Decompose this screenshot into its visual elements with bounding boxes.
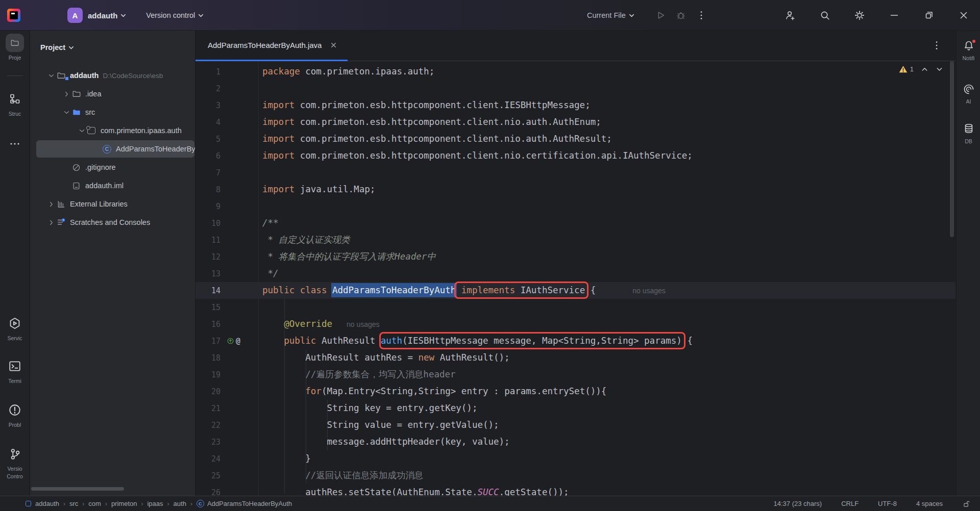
code-line-20[interactable]: 20 for(Map.Entry<String,String> entry : … (195, 383, 955, 400)
tree-item-Scratches-and-Consoles[interactable]: Scratches and Consoles (30, 213, 195, 232)
code-line-24[interactable]: 24 } (195, 450, 955, 467)
line-number[interactable]: 1 (195, 67, 220, 76)
line-number[interactable]: 10 (195, 219, 220, 228)
code-line-21[interactable]: 21 String key = entry.getKey(); (195, 400, 955, 417)
line-number[interactable]: 4 (195, 118, 220, 127)
code-line-10[interactable]: 10/** (195, 215, 955, 232)
code-line-22[interactable]: 22 String value = entry.getValue(); (195, 417, 955, 433)
line-number[interactable]: 20 (195, 387, 220, 396)
chevron-expanded-icon[interactable] (45, 72, 57, 79)
project-name-menu[interactable]: addauth (88, 11, 117, 20)
usages-hint[interactable]: no usages (347, 320, 380, 328)
code-line-7[interactable]: 7 (195, 164, 955, 181)
code-line-6[interactable]: 6import com.primeton.esb.httpcomponent.c… (195, 147, 955, 164)
line-number[interactable]: 9 (195, 202, 220, 211)
code-line-18[interactable]: 18 AuthResult authRes = new AuthResult()… (195, 349, 955, 366)
breadcrumb-item-src[interactable]: src (69, 500, 78, 507)
stripe-button-version-control[interactable]: VersioContro (0, 445, 30, 480)
code-line-1[interactable]: 1package com.primeton.ipaas.auth; (195, 63, 955, 80)
code-line-11[interactable]: 11 * 自定义认证实现类 (195, 232, 955, 248)
stripe-button-services[interactable]: Servic (0, 314, 30, 342)
minimize-button[interactable] (888, 9, 900, 21)
code-line-14[interactable]: 14public class AddParamsToHeaderByAuth i… (195, 282, 955, 299)
line-number[interactable]: 14 (195, 286, 220, 295)
code-line-13[interactable]: 13 */ (195, 265, 955, 282)
lock-icon[interactable] (962, 499, 971, 508)
line-number[interactable]: 2 (195, 84, 220, 93)
code-line-9[interactable]: 9 (195, 198, 955, 215)
stripe-button-notifications[interactable]: Notifi (957, 40, 980, 61)
statusbar-widget[interactable]: CRLF (841, 500, 859, 507)
breadcrumb-item-addauth[interactable]: addauth (35, 500, 59, 507)
chevron-collapsed-icon[interactable] (45, 201, 57, 208)
chevron-expanded-icon[interactable] (61, 109, 72, 116)
line-number[interactable]: 17 (195, 337, 220, 346)
usages-hint[interactable]: no usages (632, 287, 666, 295)
next-problem-button[interactable] (936, 65, 943, 73)
editor-scrollbar[interactable] (950, 61, 954, 237)
debug-button[interactable] (675, 9, 687, 21)
line-number[interactable]: 23 (195, 438, 220, 447)
editor-tab[interactable]: AddParamsToHeaderByAuth.java (195, 31, 348, 61)
line-number[interactable]: 21 (195, 404, 220, 413)
stripe-button-ai[interactable]: AI (957, 83, 980, 105)
run-button[interactable] (654, 9, 667, 21)
stripe-button-database[interactable]: DB (957, 123, 980, 144)
tree-item-src[interactable]: src (30, 103, 195, 121)
statusbar-widget[interactable]: 4 spaces (916, 500, 943, 507)
search-everywhere-button[interactable] (819, 9, 831, 21)
code-line-4[interactable]: 4import com.primeton.esb.httpcomponent.c… (195, 114, 955, 131)
stripe-button-terminal[interactable]: Termi (0, 357, 30, 385)
code-line-19[interactable]: 19 //遍历参数集合，均写入消息header (195, 366, 955, 383)
line-number[interactable]: 5 (195, 135, 220, 144)
tree-item-AddParamsToHeaderByAuth[interactable]: CAddParamsToHeaderByAuth (30, 140, 195, 158)
statusbar-widget[interactable]: UTF-8 (878, 500, 897, 507)
tab-close-icon[interactable] (330, 41, 337, 49)
breadcrumb-item-ipaas[interactable]: ipaas (147, 500, 163, 507)
statusbar-widget[interactable]: 14:37 (23 chars) (773, 500, 822, 507)
line-number[interactable]: 6 (195, 151, 220, 161)
tree-item-.gitignore[interactable]: .gitignore (30, 158, 195, 176)
code-line-8[interactable]: 8import java.util.Map; (195, 181, 955, 198)
line-number[interactable]: 24 (195, 454, 220, 464)
chevron-collapsed-icon[interactable] (61, 91, 72, 97)
line-number[interactable]: 22 (195, 421, 220, 430)
close-button[interactable] (958, 9, 970, 21)
line-number[interactable]: 25 (195, 471, 220, 480)
code-line-23[interactable]: 23 message.addHttpHeader(key, value); (195, 433, 955, 450)
line-number[interactable]: 16 (195, 320, 220, 329)
line-number[interactable]: 26 (195, 488, 220, 496)
chevron-collapsed-icon[interactable] (45, 219, 57, 226)
tree-item-External-Libraries[interactable]: External Libraries (30, 195, 195, 213)
line-number[interactable]: 19 (195, 370, 220, 379)
line-number[interactable]: 3 (195, 101, 220, 110)
code-line-15[interactable]: 15 (195, 299, 955, 316)
code-with-me-button[interactable] (784, 9, 796, 21)
code-line-3[interactable]: 3import com.primeton.esb.httpcomponent.c… (195, 97, 955, 114)
line-number[interactable]: 13 (195, 269, 220, 278)
chevron-expanded-icon[interactable] (76, 127, 87, 134)
annotation-gutter-icon[interactable]: @ (236, 337, 240, 346)
code-line-26[interactable]: 26 authRes.setState(AuthEnum.State.SUCC.… (195, 484, 955, 496)
line-number[interactable]: 12 (195, 252, 220, 262)
code-line-17[interactable]: 17@ public AuthResult auth(IESBHttpMessa… (195, 333, 955, 349)
tree-item-com.primeton.ipaas.auth[interactable]: com.primeton.ipaas.auth (30, 121, 195, 140)
vcs-menu[interactable]: Version control (146, 11, 195, 19)
code-line-12[interactable]: 12 * 将集合中的认证字段写入请求Header中 (195, 248, 955, 265)
horizontal-scrollbar[interactable] (31, 487, 124, 491)
project-panel-header[interactable]: Project (40, 38, 75, 57)
warnings-indicator[interactable]: 1 (899, 65, 914, 73)
tab-options-button[interactable] (931, 40, 942, 51)
settings-button[interactable] (853, 9, 866, 21)
breadcrumb-item-com[interactable]: com (88, 500, 101, 507)
breadcrumb-item-primeton[interactable]: primeton (111, 500, 137, 507)
breadcrumb-item-AddParamsToHeaderByAuth[interactable]: AddParamsToHeaderByAuth (207, 500, 292, 507)
implements-gutter-icon[interactable] (227, 337, 234, 345)
code-editor[interactable]: 1package com.primeton.ipaas.auth;23impor… (195, 61, 955, 496)
line-number[interactable]: 8 (195, 185, 220, 194)
run-configuration-selector[interactable]: Current File (587, 11, 626, 19)
stripe-button-more[interactable] (0, 135, 30, 153)
restore-button[interactable] (923, 9, 935, 21)
breadcrumb-item-auth[interactable]: auth (174, 500, 186, 507)
more-actions-button[interactable] (695, 9, 707, 21)
